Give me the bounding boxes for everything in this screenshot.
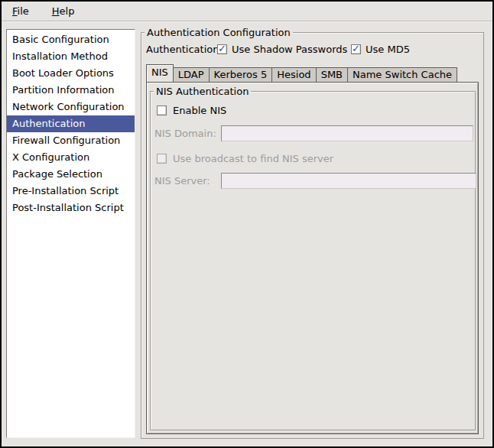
frame-title: Authentication Configuration xyxy=(145,26,293,39)
menu-bar: File Help xyxy=(2,2,492,21)
auth-method-notebook: NIS LDAP Kerberos 5 Hesiod SMB Name Swit… xyxy=(146,65,479,434)
authentication-label: Authentication: xyxy=(146,44,223,55)
sidebar-item-package-selection[interactable]: Package Selection xyxy=(7,166,135,183)
checkmark-icon: ✓ xyxy=(352,43,360,54)
tab-smb[interactable]: SMB xyxy=(316,67,348,82)
tab-ldap[interactable]: LDAP xyxy=(173,67,210,82)
checkmark-icon: ✓ xyxy=(218,43,226,54)
sidebar-item-x-configuration[interactable]: X Configuration xyxy=(7,149,135,166)
sidebar-item-pre-installation-script[interactable]: Pre-Installation Script xyxy=(7,183,135,200)
checkbox-box xyxy=(157,106,167,115)
checkbox-label: Enable NIS xyxy=(173,105,226,116)
section-list: Basic Configuration Installation Method … xyxy=(6,29,135,438)
sidebar-item-boot-loader-options[interactable]: Boot Loader Options xyxy=(7,65,135,82)
menu-help[interactable]: Help xyxy=(50,4,77,18)
tab-name-switch-cache[interactable]: Name Switch Cache xyxy=(347,67,457,82)
sidebar-item-basic-configuration[interactable]: Basic Configuration xyxy=(7,31,135,48)
checkbox-box xyxy=(157,154,167,164)
use-shadow-passwords-checkbox[interactable]: ✓ Use Shadow Passwords xyxy=(217,44,347,55)
checkbox-label: Use Shadow Passwords xyxy=(232,44,347,55)
nis-server-input xyxy=(221,173,476,189)
nis-domain-input xyxy=(221,125,473,141)
sidebar-item-firewall-configuration[interactable]: Firewall Configuration xyxy=(7,132,135,149)
menu-file[interactable]: File xyxy=(10,4,31,18)
nis-server-label: NIS Server: xyxy=(154,175,215,187)
nis-domain-label: NIS Domain: xyxy=(154,128,215,139)
checkbox-box: ✓ xyxy=(351,44,361,54)
authentication-configuration-frame: Authentication Configuration Authenticat… xyxy=(141,32,484,439)
use-broadcast-checkbox: Use broadcast to find NIS server xyxy=(157,153,333,164)
sidebar-item-post-installation-script[interactable]: Post-Installation Script xyxy=(7,200,135,216)
kickstart-configurator-window: File Help Basic Configuration Installati… xyxy=(0,0,494,448)
enable-nis-checkbox[interactable]: Enable NIS xyxy=(157,105,226,116)
tab-strip: NIS LDAP Kerberos 5 Hesiod SMB Name Swit… xyxy=(146,65,457,82)
frame-title: NIS Authentication xyxy=(154,85,251,98)
sidebar-item-partition-information[interactable]: Partition Information xyxy=(7,82,135,99)
checkbox-box: ✓ xyxy=(217,44,227,54)
nis-server-row: NIS Server: xyxy=(154,173,476,189)
sidebar-item-network-configuration[interactable]: Network Configuration xyxy=(7,99,135,115)
tab-hesiod[interactable]: Hesiod xyxy=(271,67,316,82)
use-md5-checkbox[interactable]: ✓ Use MD5 xyxy=(351,44,410,55)
tab-kerberos-5[interactable]: Kerberos 5 xyxy=(209,67,273,82)
sidebar-item-installation-method[interactable]: Installation Method xyxy=(7,48,135,65)
nis-domain-row: NIS Domain: xyxy=(154,125,473,141)
checkbox-label: Use MD5 xyxy=(366,44,410,55)
tab-nis[interactable]: NIS xyxy=(146,64,174,82)
checkbox-label: Use broadcast to find NIS server xyxy=(173,153,333,164)
nis-tab-panel: NIS Authentication Enable NIS NIS Domain… xyxy=(146,82,479,434)
sidebar-item-authentication[interactable]: Authentication xyxy=(7,115,135,132)
nis-authentication-frame: NIS Authentication Enable NIS NIS Domain… xyxy=(150,91,476,430)
